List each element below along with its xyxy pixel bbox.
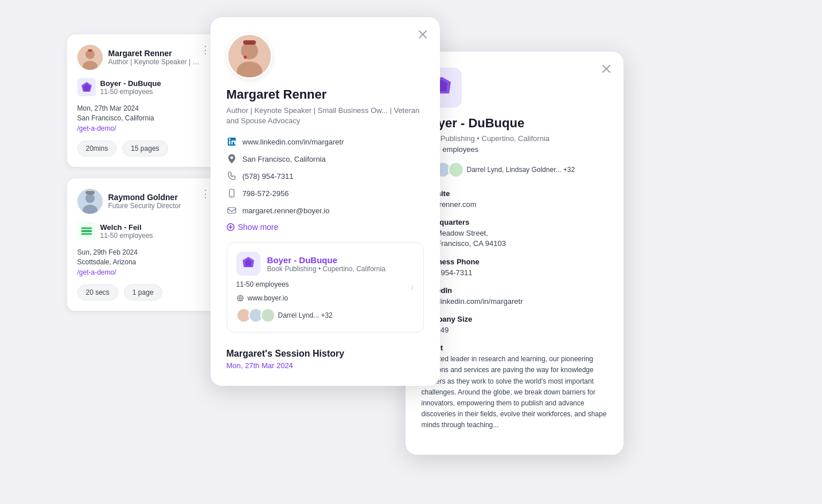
company-popup-employees: Darrel Lynd, Lindsay Goldner... +32 (467, 166, 575, 174)
company-logo-boyer (77, 78, 96, 96)
show-more-label: Show more (238, 222, 279, 232)
svg-point-34 (243, 56, 247, 59)
linkedin-label: LinkedIn (422, 286, 607, 295)
avatar-raymond (77, 189, 103, 214)
hq-label: Headquarters (422, 218, 607, 226)
svg-point-10 (85, 194, 95, 203)
company-popup-meta: Book Publishing • Cupertino, California (422, 134, 607, 143)
about-label: About (422, 343, 607, 352)
svg-point-31 (241, 42, 258, 60)
profile-linkedin: www.linkedin.com/in/margaretr (243, 138, 344, 146)
website-value: www.renner.com (422, 200, 607, 210)
card-margaret-title: Author | Keynote Speaker | Sm... (108, 58, 200, 66)
card-raymond-pages: 1 page (124, 284, 162, 300)
card-raymond-menu[interactable]: ⋮ (200, 189, 211, 199)
profile-email: margaret.renner@boyer.io (243, 206, 330, 215)
email-icon (227, 205, 237, 216)
profile-mobile: 798-572-2956 (243, 189, 289, 198)
about-section: About A trusted leader in research and l… (422, 343, 607, 431)
svg-point-39 (231, 196, 232, 197)
profile-location: San Francisco, California (243, 155, 326, 163)
company-card-desc: Book Publishing • Cupertino, California (267, 265, 385, 273)
card-margaret-duration: 20mins (77, 140, 117, 157)
website-section: Website www.renner.com (422, 189, 607, 210)
company-card-name: Boyer - DuBuque (267, 255, 385, 265)
show-more-button[interactable]: Show more (227, 222, 424, 232)
biz-phone-section: Business Phone (578) 954-7311 (422, 257, 607, 278)
website-label: Website (422, 189, 607, 198)
avatar-margaret (77, 45, 103, 70)
card-raymond-link[interactable]: /get-a-demo/ (77, 268, 211, 276)
profile-popup: Margaret Renner Author | Keynote Speaker… (211, 17, 440, 386)
company-popup-close[interactable] (598, 61, 614, 77)
session-title: Margaret's Session History (227, 349, 424, 359)
card-margaret-pages: 15 pages (122, 140, 167, 157)
company-size-section: Company Size 100-249 (422, 315, 607, 335)
svg-rect-3 (88, 49, 92, 52)
company-popup-avatars: Darrel Lynd, Lindsay Goldner... +32 (422, 162, 607, 178)
company-popup-size-text: 11-50 employees (422, 145, 607, 154)
card-margaret-size: 11-50 employees (100, 88, 161, 96)
svg-rect-40 (228, 208, 236, 213)
card-margaret-menu[interactable]: ⋮ (200, 45, 211, 55)
linkedin-value: www.linkedin.com/in/margaretr (422, 296, 607, 307)
card-margaret-name: Margaret Renner (108, 49, 200, 58)
svg-rect-33 (243, 40, 255, 44)
profile-popup-title: Author | Keynote Speaker | Small Busines… (227, 106, 424, 126)
card-margaret-link[interactable]: /get-a-demo/ (77, 124, 211, 132)
company-avatar-count: Darrel Lynd... +32 (278, 311, 333, 319)
biz-phone-label: Business Phone (422, 257, 607, 266)
card-margaret-company: Boyer - DuBuque (100, 79, 161, 88)
card-raymond-date: Sun, 29th Feb 2024 (77, 248, 211, 256)
profile-popup-name: Margaret Renner (227, 87, 424, 102)
hq-value: 595 Meadow Street, San Francisco, CA 941… (422, 228, 607, 249)
profile-popup-avatar (227, 33, 272, 79)
location-icon (227, 154, 237, 164)
card-raymond-name: Raymond Goldner (108, 193, 181, 202)
linkedin-section: LinkedIn www.linkedin.com/in/margaretr (422, 286, 607, 307)
card-raymond-duration: 20 secs (77, 284, 118, 300)
svg-point-37 (228, 138, 230, 140)
company-card-inner[interactable]: Boyer - DuBuque Book Publishing • Cupert… (227, 242, 424, 333)
profile-popup-close[interactable] (415, 26, 431, 42)
svg-rect-12 (85, 191, 95, 194)
svg-rect-36 (229, 140, 231, 144)
card-raymond[interactable]: Raymond Goldner Future Security Director… (67, 178, 221, 311)
company-size-label: Company Size (422, 315, 607, 323)
profile-phone: (578) 954-7311 (243, 172, 294, 181)
about-text: A trusted leader in research and learnin… (422, 354, 607, 431)
biz-phone-value: (578) 954-7311 (422, 268, 607, 278)
company-card-logo (236, 252, 260, 276)
card-raymond-location: Scottsdale, Arizona (77, 258, 211, 266)
company-card-website: www.boyer.io (248, 294, 289, 302)
phone-icon (227, 171, 237, 181)
card-raymond-company: Welch - Feil (100, 223, 153, 232)
card-margaret-date: Mon, 27th Mar 2024 (77, 104, 211, 112)
linkedin-icon (227, 136, 237, 147)
card-raymond-title: Future Security Director (108, 202, 181, 210)
company-size-value: 100-249 (422, 325, 607, 335)
company-popup-name: Boyer - DuBuque (422, 116, 607, 131)
company-logo-welch (77, 222, 96, 240)
session-date: Mon, 27th Mar 2024 (227, 361, 424, 370)
card-raymond-size: 11-50 employees (100, 232, 153, 240)
company-card-size: 11-50 employees (236, 280, 414, 288)
session-section: Margaret's Session History Mon, 27th Mar… (227, 343, 424, 370)
mobile-icon (227, 188, 237, 198)
card-margaret-location: San Francisco, California (77, 114, 211, 122)
hq-section: Headquarters 595 Meadow Street, San Fran… (422, 218, 607, 249)
company-card-chevron: › (411, 282, 414, 292)
company-card-avatars: Darrel Lynd... +32 (236, 308, 414, 323)
card-margaret[interactable]: Margaret Renner Author | Keynote Speaker… (67, 34, 221, 167)
